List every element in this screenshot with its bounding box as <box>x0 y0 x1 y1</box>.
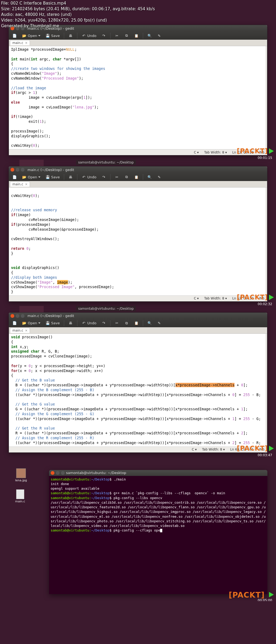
save-label: Save <box>51 321 60 325</box>
print-button[interactable]: 🖶 <box>67 320 75 326</box>
new-button[interactable]: 📄 <box>11 320 19 326</box>
copy-button[interactable]: ⧉ <box>123 174 131 180</box>
undo-icon: ↶ <box>81 33 86 38</box>
minimize-icon[interactable] <box>56 471 60 475</box>
tabwidth-selector[interactable]: Tab Width: 8 ▾ <box>204 297 227 300</box>
packt-watermark: [PACKT] <box>237 147 268 155</box>
gedit-window: main.c (~/Desktop) - gedit 📄 📂Open 💾Save… <box>9 312 267 453</box>
save-button[interactable]: 💾Save <box>44 174 61 180</box>
desktop-icon-mainc[interactable]: main.c <box>15 489 25 503</box>
cut-button[interactable]: ✂ <box>113 320 121 326</box>
icon-label: lena.jpg <box>15 479 27 482</box>
lang-selector[interactable]: C ▾ <box>192 448 197 451</box>
undo-button[interactable]: ↶Undo <box>80 320 98 326</box>
replace-button[interactable]: ✎ <box>155 33 163 39</box>
chevron-down-icon <box>38 176 40 178</box>
close-icon[interactable] <box>11 314 14 318</box>
copy-button[interactable]: ⧉ <box>123 33 131 39</box>
undo-button[interactable]: ↶Undo <box>80 174 98 180</box>
terminal-body[interactable]: samontab@virtubuntu:~/Desktop$ ./main in… <box>49 476 267 534</box>
open-folder-icon: 📂 <box>22 321 27 326</box>
close-icon[interactable] <box>11 168 14 172</box>
gedit-window: main.c (~/Desktop) - gedit 📄 📂Open 💾Save… <box>9 166 267 302</box>
separator <box>143 33 143 39</box>
print-icon: 🖶 <box>68 175 73 179</box>
screenshot-3: samontab@virtubuntu: ~/Desktop main.c (~… <box>3 312 273 453</box>
desktop-fragment <box>19 160 44 166</box>
file-tab-main-c[interactable]: main.c × <box>10 40 30 45</box>
play-icon <box>269 592 274 597</box>
tabwidth-selector[interactable]: Tab Width: 8 ▾ <box>204 151 227 154</box>
taskbar-fragment: samontab@virtubuntu: ~/Desktop <box>76 306 136 311</box>
cut-icon: ✂ <box>115 33 119 38</box>
new-button[interactable]: 📄 <box>11 33 19 39</box>
replace-button[interactable]: ✎ <box>155 320 163 326</box>
paste-button[interactable]: 📋 <box>132 174 140 180</box>
statusbar: C ▾ Tab Width: 8 ▾ Ln 52, Col 30 INS <box>9 295 267 301</box>
terminal-cursor <box>160 529 162 532</box>
find-button[interactable]: 🔍 <box>146 33 154 39</box>
paste-button[interactable]: 📋 <box>132 320 140 326</box>
file-tab-main-c[interactable]: main.c × <box>10 328 30 333</box>
tab-close-icon[interactable]: × <box>25 41 27 45</box>
screenshot-1: main.c (~/Desktop) - gedit 📄 📂Open 💾Save… <box>3 25 273 155</box>
open-folder-icon: 📂 <box>22 175 27 179</box>
desktop-icon-lena[interactable]: lena.jpg <box>15 468 27 482</box>
close-icon[interactable] <box>51 471 54 475</box>
cut-button[interactable]: ✂ <box>113 33 121 39</box>
cut-button[interactable]: ✂ <box>113 174 121 180</box>
tab-strip: main.c × <box>9 181 267 188</box>
minimize-icon[interactable] <box>16 168 19 172</box>
undo-label: Undo <box>87 321 96 325</box>
new-file-icon: 📄 <box>12 321 17 326</box>
save-button[interactable]: 💾Save <box>44 33 61 39</box>
packt-watermark: [PACKT] <box>237 445 268 452</box>
maximize-icon[interactable] <box>21 168 25 172</box>
cut-icon: ✂ <box>115 321 119 326</box>
separator <box>110 174 111 180</box>
image-file-icon <box>16 468 26 478</box>
paste-button[interactable]: 📋 <box>132 33 140 39</box>
titlebar[interactable]: main.c (~/Desktop) - gedit <box>9 166 267 173</box>
replace-button[interactable]: ✎ <box>155 174 163 180</box>
open-label: Open <box>28 34 37 38</box>
new-file-icon: 📄 <box>12 33 17 38</box>
titlebar[interactable]: samontab@virtubuntu: ~/Desktop <box>49 470 267 476</box>
open-button[interactable]: 📂Open <box>20 174 42 180</box>
separator <box>64 320 64 326</box>
copy-button[interactable]: ⧉ <box>123 320 131 326</box>
terminal-title: samontab@virtubuntu: ~/Desktop <box>66 471 126 475</box>
separator <box>110 320 111 326</box>
tab-close-icon[interactable]: × <box>25 329 27 332</box>
undo-icon: ↶ <box>81 175 86 179</box>
undo-button[interactable]: ↶Undo <box>80 33 98 39</box>
copy-icon: ⧉ <box>124 321 129 326</box>
open-button[interactable]: 📂Open <box>20 33 42 39</box>
tab-close-icon[interactable]: × <box>25 182 27 186</box>
tabwidth-selector[interactable]: Tab Width: 8 ▾ <box>202 448 225 451</box>
code-editor[interactable]: IplImage *processedImage=NULL; int main(… <box>9 46 267 149</box>
save-icon: 💾 <box>45 321 50 326</box>
code-editor[interactable]: void processImage() { int x,y; unsigned … <box>9 334 267 447</box>
gedit-window: main.c (~/Desktop) - gedit 📄 📂Open 💾Save… <box>9 25 267 155</box>
redo-button[interactable]: ↷ <box>100 33 108 39</box>
statusbar: C ▾ Tab Width: 8 ▾ Ln 69, Col 101 INS <box>9 447 267 452</box>
lang-selector[interactable]: C ▾ <box>194 151 199 154</box>
print-button[interactable]: 🖶 <box>67 174 75 180</box>
lang-selector[interactable]: C ▾ <box>194 297 199 300</box>
maximize-icon[interactable] <box>61 471 65 475</box>
print-button[interactable]: 🖶 <box>67 33 75 39</box>
save-button[interactable]: 💾Save <box>44 320 61 326</box>
statusbar: C ▾ Tab Width: 8 ▾ Ln 22, Col 18 INS <box>9 149 267 155</box>
minimize-icon[interactable] <box>16 314 19 318</box>
open-button[interactable]: 📂Open <box>20 320 42 326</box>
find-button[interactable]: 🔍 <box>146 174 154 180</box>
file-tab-main-c[interactable]: main.c × <box>10 182 30 187</box>
redo-button[interactable]: ↷ <box>100 174 108 180</box>
maximize-icon[interactable] <box>21 314 25 318</box>
new-button[interactable]: 📄 <box>11 174 19 180</box>
code-editor[interactable]: cvWaitKey(0); //release used memory if(i… <box>9 188 267 295</box>
find-button[interactable]: 🔍 <box>146 320 154 326</box>
redo-button[interactable]: ↷ <box>100 320 108 326</box>
titlebar[interactable]: main.c (~/Desktop) - gedit <box>9 313 267 319</box>
